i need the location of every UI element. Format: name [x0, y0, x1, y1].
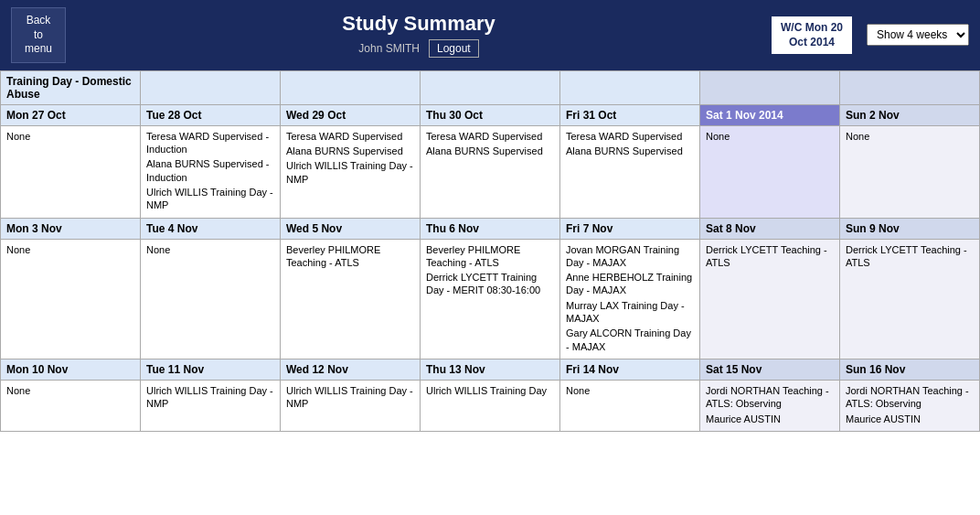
calendar-cell: None [141, 239, 281, 359]
calendar-cell: None [700, 125, 840, 218]
partial-row-cell [700, 70, 840, 104]
day-header: Fri 14 Nov [560, 359, 700, 380]
calendar-entry: Teresa WARD Supervised - Induction [146, 130, 274, 156]
calendar-cell: Jovan MORGAN Training Day - MAJAXAnne HE… [560, 239, 700, 359]
day-header: Fri 7 Nov [560, 218, 700, 239]
day-header: Wed 12 Nov [281, 359, 421, 380]
calendar-entry: Alana BURNS Supervised [566, 145, 694, 157]
calendar-entry: Maurice AUSTIN [846, 413, 974, 425]
calendar-table: Training Day - Domestic AbuseMon 27 OctT… [0, 70, 980, 432]
calendar-entry: Derrick LYCETT Training Day - MERIT 08:3… [426, 271, 554, 297]
partial-row-cell [421, 70, 560, 104]
page-title: Study Summary [342, 12, 495, 36]
calendar-cell: Teresa WARD SupervisedAlana BURNS Superv… [560, 125, 700, 218]
partial-row-cell [281, 70, 421, 104]
calendar-entry: None [6, 384, 134, 397]
calendar-entry: Teresa WARD Supervised [426, 130, 554, 143]
calendar-entry: Beverley PHILMORE Teaching - ATLS [286, 243, 414, 270]
calendar-cell: Ulrich WILLIS Training Day [421, 380, 560, 431]
day-header: Mon 10 Nov [1, 359, 141, 380]
calendar-entry: Ulrich WILLIS Training Day - NMP [146, 186, 274, 212]
calendar-entry: Alana BURNS Supervised [286, 145, 414, 157]
calendar-entry: Jovan MORGAN Training Day - MAJAX [566, 243, 694, 270]
day-header: Mon 3 Nov [1, 218, 141, 239]
partial-row-cell [840, 70, 980, 104]
day-header: Wed 5 Nov [281, 218, 421, 239]
calendar-entry: Teresa WARD Supervised [566, 130, 694, 143]
day-header: Tue 11 Nov [141, 359, 281, 380]
day-header: Sat 1 Nov 2014 [700, 104, 840, 125]
day-header: Wed 29 Oct [281, 104, 421, 125]
calendar-cell: Teresa WARD Supervised - InductionAlana … [141, 125, 281, 218]
calendar-entry: Gary ALCORN Training Day - MAJAX [566, 327, 694, 353]
day-header: Thu 13 Nov [421, 359, 560, 380]
calendar-entry: None [706, 130, 834, 143]
day-header: Sat 8 Nov [700, 218, 840, 239]
calendar-cell: Jordi NORTHAN Teaching - ATLS: Observing… [700, 380, 840, 431]
calendar-entry: Ulrich WILLIS Training Day - NMP [286, 159, 414, 186]
calendar-entry: Anne HERBEHOLZ Training Day - MAJAX [566, 271, 694, 297]
day-header: Tue 28 Oct [141, 104, 281, 125]
day-header: Sat 15 Nov [700, 359, 840, 380]
app-header: Backtomenu Study Summary John SMITH Logo… [0, 0, 980, 70]
calendar-entry: None [846, 130, 974, 143]
day-header: Sun 2 Nov [840, 104, 980, 125]
logout-button[interactable]: Logout [429, 39, 479, 58]
calendar-cell: Ulrich WILLIS Training Day - NMP [141, 380, 281, 431]
calendar-entry: Alana BURNS Supervised [426, 145, 554, 157]
day-header: Thu 30 Oct [421, 104, 560, 125]
calendar-entry: Jordi NORTHAN Teaching - ATLS: Observing [706, 384, 834, 411]
wc-line2: Oct 2014 [781, 35, 843, 50]
calendar-cell: Teresa WARD SupervisedAlana BURNS Superv… [421, 125, 560, 218]
partial-row-cell [560, 70, 700, 104]
calendar-entry: None [6, 130, 134, 143]
calendar-cell: None [1, 380, 141, 431]
calendar-entry: Ulrich WILLIS Training Day - NMP [146, 384, 274, 411]
calendar-entry: Beverley PHILMORE Teaching - ATLS [426, 243, 554, 270]
calendar-cell: Derrick LYCETT Teaching - ATLS [700, 239, 840, 359]
back-to-menu-button[interactable]: Backtomenu [11, 7, 66, 63]
wc-badge: W/C Mon 20 Oct 2014 [772, 16, 852, 55]
calendar-cell: None [560, 380, 700, 431]
day-header: Fri 31 Oct [560, 104, 700, 125]
calendar-cell: Derrick LYCETT Teaching - ATLS [840, 239, 980, 359]
calendar-entry: Teresa WARD Supervised [286, 130, 414, 143]
day-header: Thu 6 Nov [421, 218, 560, 239]
calendar-entry: Ulrich WILLIS Training Day [426, 384, 554, 397]
calendar-cell: None [840, 125, 980, 218]
wc-line1: W/C Mon 20 [781, 20, 843, 36]
calendar-entry: Derrick LYCETT Teaching - ATLS [706, 243, 834, 270]
calendar-cell: Beverley PHILMORE Teaching - ATLSDerrick… [421, 239, 560, 359]
calendar-cell: Ulrich WILLIS Training Day - NMP [281, 380, 421, 431]
calendar-cell: Jordi NORTHAN Teaching - ATLS: Observing… [840, 380, 980, 431]
show-weeks-select[interactable]: Show 4 weeks Show 1 week Show 2 weeks Sh… [867, 24, 969, 46]
day-header: Tue 4 Nov [141, 218, 281, 239]
calendar-cell: None [1, 239, 141, 359]
header-center: Study Summary John SMITH Logout [80, 12, 757, 58]
header-sub: John SMITH Logout [358, 39, 478, 58]
calendar-entry: None [146, 243, 274, 256]
day-header: Sun 9 Nov [840, 218, 980, 239]
day-header: Sun 16 Nov [840, 359, 980, 380]
partial-row-cell: Training Day - Domestic Abuse [1, 70, 141, 104]
calendar-cell: Beverley PHILMORE Teaching - ATLS [281, 239, 421, 359]
calendar-entry: Maurice AUSTIN [706, 413, 834, 425]
calendar-cell: None [1, 125, 141, 218]
day-header: Mon 27 Oct [1, 104, 141, 125]
calendar-entry: Alana BURNS Supervised - Induction [146, 157, 274, 184]
calendar-entry: Jordi NORTHAN Teaching - ATLS: Observing [846, 384, 974, 411]
calendar-entry: Derrick LYCETT Teaching - ATLS [846, 243, 974, 270]
calendar-entry: None [6, 243, 134, 256]
calendar-entry: Murray LAX Training Day - MAJAX [566, 299, 694, 326]
user-name: John SMITH [358, 42, 420, 55]
calendar-cell: Teresa WARD SupervisedAlana BURNS Superv… [281, 125, 421, 218]
partial-row-cell [141, 70, 281, 104]
calendar-entry: None [566, 384, 694, 397]
calendar-entry: Ulrich WILLIS Training Day - NMP [286, 384, 414, 411]
